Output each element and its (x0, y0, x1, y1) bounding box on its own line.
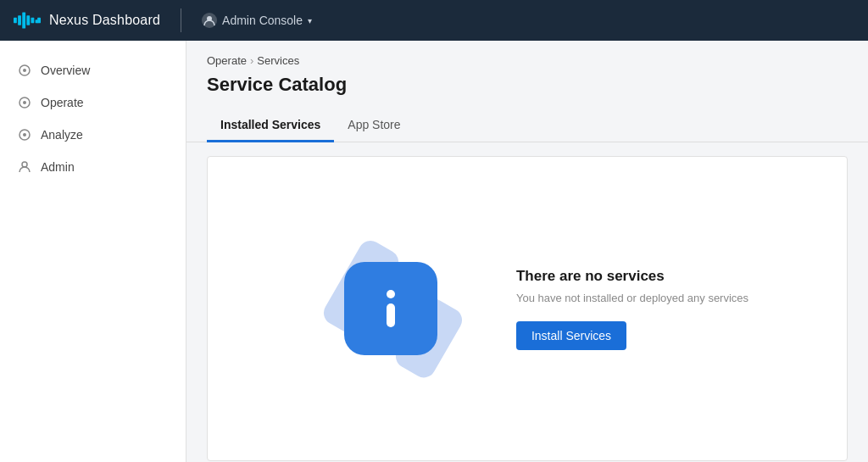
empty-state: There are no services You have not insta… (272, 190, 782, 427)
page-title: Service Catalog (186, 70, 868, 109)
svg-rect-4 (31, 18, 34, 23)
sidebar-item-analyze[interactable]: Analyze (0, 119, 186, 151)
empty-state-text: There are no services You have not insta… (516, 268, 748, 350)
empty-state-title: There are no services (516, 268, 748, 285)
tab-installed-services[interactable]: Installed Services (207, 109, 334, 142)
svg-rect-6 (37, 18, 41, 23)
operate-icon (17, 95, 32, 110)
empty-state-illustration (306, 224, 476, 393)
svg-rect-2 (22, 12, 25, 28)
svg-rect-1 (18, 15, 21, 25)
empty-state-description: You have not installed or deployed any s… (516, 292, 748, 304)
app-title: Nexus Dashboard (49, 13, 160, 28)
content-area: There are no services You have not insta… (207, 156, 848, 461)
logo-area: Nexus Dashboard (14, 12, 160, 29)
cisco-logo-icon (14, 12, 41, 29)
breadcrumb-current: Services (257, 54, 299, 67)
breadcrumb: Operate › Services (186, 41, 868, 70)
svg-point-14 (22, 162, 27, 167)
admin-console-menu[interactable]: Admin Console ▾ (202, 13, 312, 28)
admin-icon (17, 159, 32, 175)
admin-console-label: Admin Console (222, 14, 303, 27)
svg-point-13 (23, 133, 26, 136)
svg-rect-0 (14, 18, 17, 23)
info-icon-box (344, 262, 437, 355)
sidebar-item-analyze-label: Analyze (41, 128, 83, 142)
tab-app-store[interactable]: App Store (334, 109, 414, 142)
install-services-button[interactable]: Install Services (516, 321, 626, 350)
svg-point-9 (23, 69, 26, 72)
svg-point-11 (23, 101, 26, 104)
analyze-icon (17, 127, 32, 142)
sidebar-item-operate[interactable]: Operate (0, 86, 186, 119)
svg-rect-3 (26, 15, 30, 25)
header: Nexus Dashboard Admin Console ▾ (0, 0, 868, 41)
admin-console-icon (202, 13, 217, 28)
sidebar-item-admin-label: Admin (41, 160, 75, 174)
sidebar-item-overview-label: Overview (41, 64, 90, 77)
chevron-down-icon: ▾ (308, 16, 312, 25)
sidebar-item-operate-label: Operate (41, 96, 84, 109)
main-layout: Overview Operate Analyze Admin Operate › (0, 41, 868, 462)
breadcrumb-parent[interactable]: Operate (207, 54, 247, 67)
main-content: Operate › Services Service Catalog Insta… (186, 41, 868, 462)
info-icon (387, 290, 395, 327)
info-dot (387, 290, 395, 298)
info-stem (387, 303, 395, 327)
sidebar-item-admin[interactable]: Admin (0, 151, 186, 183)
breadcrumb-separator: › (250, 54, 253, 67)
sidebar: Overview Operate Analyze Admin (0, 41, 186, 462)
header-divider (181, 8, 181, 32)
sidebar-item-overview[interactable]: Overview (0, 54, 186, 86)
tabs-bar: Installed Services App Store (186, 109, 868, 142)
overview-icon (17, 63, 32, 78)
